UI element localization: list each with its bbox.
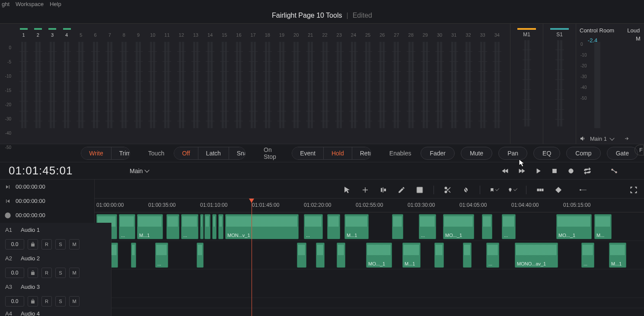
s-button[interactable]: S [55,268,66,278]
audio-clip[interactable]: M...1 [402,243,421,268]
meter-7[interactable]: 7 [102,28,117,40]
hold-button[interactable]: Hold [324,147,352,159]
track-header-A3[interactable]: A3Audio 30.0RSM [0,280,112,308]
track-lane-A1[interactable]: ......M...1...MON...v_1...M...1...MO..._… [95,212,644,241]
audio-clip[interactable] [327,214,340,239]
audio-clip[interactable]: MONO...av_1 [515,243,558,268]
off-button[interactable]: Off [174,147,198,159]
meter-10[interactable]: 10 [146,28,160,40]
meter-12[interactable]: 12 [174,28,188,40]
timeline-selector[interactable]: Main [130,167,149,174]
tc-in[interactable]: 00:00:00:00 [0,180,94,194]
timecode-display[interactable]: 01:01:45:01 [9,164,112,177]
meter-15[interactable]: 15 [217,28,232,40]
audio-clip[interactable]: ... [181,214,198,239]
audio-clip[interactable]: M...1 [137,214,163,239]
audio-clip[interactable] [166,214,179,239]
audio-clip[interactable]: M...1 [609,243,626,268]
meter-26[interactable]: 26 [375,28,389,40]
volume-value[interactable]: 0.0 [5,268,24,278]
fast-forward-icon[interactable] [518,167,526,175]
audio-clip[interactable]: MO..._1 [443,214,474,239]
m-button[interactable]: M [69,239,80,250]
r-button[interactable]: R [41,268,52,278]
meter-8[interactable]: 8 [117,28,131,40]
slider-icon[interactable] [572,186,594,194]
meter-20[interactable]: 20 [289,28,303,40]
audio-clip[interactable]: ... [155,243,168,268]
track-header-A4[interactable]: A4Audio 4 [0,308,112,316]
audio-clip[interactable]: ... [502,214,516,239]
chevron-down-icon[interactable] [609,136,614,140]
audio-clip[interactable] [297,243,306,268]
comp-button[interactable]: Comp [566,147,600,160]
tc-duration[interactable]: 00:00:00:00 [0,208,94,222]
audio-clip[interactable]: ... [419,214,436,239]
audio-clip[interactable] [434,243,444,268]
meter-31[interactable]: 31 [447,28,461,40]
meter-28[interactable]: 28 [404,28,418,40]
audio-clip[interactable] [131,243,136,268]
audio-clip[interactable]: ... [581,243,594,268]
meter-25[interactable]: 25 [361,28,375,40]
meter-3[interactable]: 3 [45,28,59,40]
audio-clip[interactable] [316,243,325,268]
mute-button[interactable]: Mute [461,147,492,160]
meter-16[interactable]: 16 [232,28,246,40]
track-lane-A4[interactable] [95,298,644,308]
snap-icon[interactable] [536,186,545,194]
meter-24[interactable]: 24 [346,28,360,40]
lock-icon[interactable] [28,268,38,278]
audio-clip[interactable]: MO..._1 [366,243,392,268]
m-button[interactable]: M [69,268,80,278]
snap-button[interactable]: Snap [229,147,245,159]
menu-workspace[interactable]: Workspace [16,1,44,7]
menu-fairlight[interactable]: ght [2,1,10,7]
arrow-right-icon[interactable] [623,136,630,141]
m-button[interactable]: M [69,296,80,307]
stop-icon[interactable] [551,167,558,175]
pointer-tool[interactable] [343,186,351,194]
meter-21[interactable]: 21 [303,28,318,40]
speaker-icon[interactable] [580,135,587,142]
pan-button[interactable]: Pan [498,147,527,160]
audio-clip[interactable] [337,243,345,268]
meter-32[interactable]: 32 [461,28,475,40]
play-icon[interactable] [534,167,542,175]
volume-value[interactable]: 0.0 [5,239,24,250]
meter-22[interactable]: 22 [318,28,332,40]
loudness-reset-button[interactable]: F [634,145,644,155]
track-lane-A3[interactable] [95,269,644,298]
meter-11[interactable]: 11 [160,28,174,40]
return-button[interactable]: Return [352,147,371,159]
audio-clip[interactable] [392,214,403,239]
output-selector[interactable]: Main 1 [590,136,607,142]
audio-clip[interactable] [463,243,472,268]
audio-clip[interactable]: M... [594,214,612,239]
s-button[interactable]: S [55,239,66,250]
scissors-icon[interactable] [443,186,452,194]
automation-tool[interactable] [415,186,424,194]
fader-button[interactable]: Fader [421,147,455,160]
meter-1[interactable]: 1 [16,28,31,40]
meter-4[interactable]: 4 [60,28,74,40]
meter-33[interactable]: 33 [475,28,490,40]
audio-clip[interactable]: ... [486,243,499,268]
s-button[interactable]: S [55,296,66,307]
meter-29[interactable]: 29 [418,28,432,40]
audio-clip[interactable] [218,214,223,239]
link-icon[interactable] [462,186,470,194]
track-lane-A2[interactable]: ...MO..._1M...1...MONO...av_1...M...1 [95,241,644,269]
meter-14[interactable]: 14 [203,28,217,40]
trim-tool[interactable] [379,186,388,194]
lock-icon[interactable] [28,239,38,250]
audio-clip[interactable] [197,243,204,268]
eq-button[interactable]: EQ [533,147,560,160]
track-header-A1[interactable]: A1Audio 10.0RSM [0,223,112,251]
playhead[interactable] [252,199,252,316]
meter-27[interactable]: 27 [389,28,404,40]
meter-2[interactable]: 2 [31,28,45,40]
lock-icon[interactable] [28,296,38,307]
timeline-ruler[interactable]: 01:00:00:0001:00:35:0001:01:10:0001:01:4… [95,199,644,212]
trim-button[interactable]: Trim [112,147,130,159]
